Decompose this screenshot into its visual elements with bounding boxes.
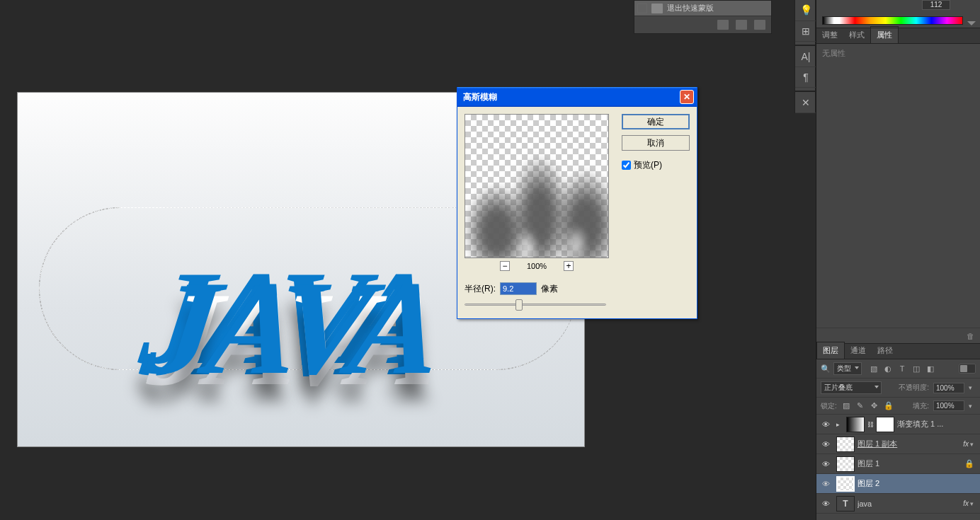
lock-icon: 🔒 xyxy=(964,459,974,468)
filter-smart-icon[interactable]: ◧ xyxy=(925,364,935,374)
zoom-level: 100% xyxy=(527,262,547,270)
chevron-down-icon[interactable]: ▾ xyxy=(970,500,977,507)
dropdown-icon[interactable] xyxy=(967,21,976,25)
checkbox-icon[interactable] xyxy=(637,4,647,13)
layer-thumb xyxy=(846,417,865,432)
slider-thumb[interactable] xyxy=(515,299,523,311)
color-spectrum[interactable] xyxy=(822,16,963,25)
right-toolstrip: 💡 ⊞ A| ¶ ✕ xyxy=(794,0,816,113)
lock-all-icon[interactable]: 🔒 xyxy=(884,401,894,411)
doc-icon xyxy=(651,4,663,13)
chevron-down-icon[interactable]: ▾ xyxy=(969,384,976,391)
tab-adjust[interactable]: 调整 xyxy=(816,27,843,43)
filter-adjust-icon[interactable]: ◐ xyxy=(883,364,893,374)
properties-body: 无属性 xyxy=(816,44,980,328)
trash-icon[interactable] xyxy=(754,20,765,30)
layer-name: 渐变填充 1 ... xyxy=(897,419,977,429)
layer-name: 图层 2 xyxy=(858,478,977,489)
lock-trans-icon[interactable]: ▨ xyxy=(841,401,851,411)
eye-icon[interactable]: 👁 xyxy=(819,438,832,451)
layer-item[interactable]: 👁 图层 1 副本 fx ▾ xyxy=(816,434,980,454)
layer-list: 👁 ▸ ⛓ 渐变填充 1 ... 👁 图层 1 副本 fx ▾ 👁 图层 1 🔒 xyxy=(816,415,980,520)
filter-toggle[interactable] xyxy=(959,364,976,374)
close-button[interactable]: ✕ xyxy=(680,90,694,104)
color-value[interactable]: 112 xyxy=(922,0,950,10)
fx-badge[interactable]: fx xyxy=(963,440,969,448)
layer-name: java xyxy=(858,499,963,508)
quickmask-toolbar xyxy=(634,16,771,33)
fill-label: 填充: xyxy=(913,401,929,411)
eye-icon[interactable]: 👁 xyxy=(819,497,832,510)
blend-row: 正片叠底 不透明度: 100% ▾ xyxy=(816,379,980,398)
fx-badge[interactable]: fx xyxy=(963,499,969,507)
no-properties-text: 无属性 xyxy=(822,49,845,57)
expand-icon[interactable]: ▸ xyxy=(836,421,845,428)
preview-checkbox[interactable]: 预览(P) xyxy=(622,159,690,171)
trash-icon[interactable]: 🗑 xyxy=(967,332,974,340)
eye-icon[interactable]: 👁 xyxy=(819,458,832,470)
link-icon: ⛓ xyxy=(867,418,874,431)
text-layer-icon: T xyxy=(836,496,855,512)
filter-type-icon[interactable]: T xyxy=(897,364,907,374)
lock-label: 锁定: xyxy=(821,401,837,411)
chevron-down-icon[interactable]: ▾ xyxy=(970,441,977,448)
zoom-out-button[interactable]: − xyxy=(500,261,510,271)
character-icon[interactable]: A| xyxy=(795,46,816,67)
mask-thumb xyxy=(876,417,894,432)
tab-paths[interactable]: 路径 xyxy=(872,342,899,359)
preview-box[interactable] xyxy=(465,114,609,258)
tools-icon[interactable]: ✕ xyxy=(795,92,816,113)
radius-unit: 像素 xyxy=(541,283,558,295)
layer-item[interactable]: 👁 图层 1 🔒 xyxy=(816,454,980,474)
opacity-input[interactable]: 100% xyxy=(933,383,964,393)
tab-layers[interactable]: 图层 xyxy=(816,342,845,359)
filter-pixel-icon[interactable]: ▧ xyxy=(869,364,879,374)
chevron-down-icon[interactable]: ▾ xyxy=(969,403,976,410)
fill-input[interactable]: 100% xyxy=(933,400,964,411)
camera-icon[interactable] xyxy=(736,20,747,30)
filter-kind-dropdown[interactable]: 类型 xyxy=(833,362,862,375)
preview-checkbox-input[interactable] xyxy=(622,161,631,170)
radius-label: 半径(R): xyxy=(465,283,496,295)
paragraph-icon[interactable]: ¶ xyxy=(795,67,816,88)
gaussian-blur-dialog: 高斯模糊 ✕ − 100% + 半径(R): 像素 确定 取消 xyxy=(457,87,697,319)
quickmask-row[interactable]: 退出快速蒙版 xyxy=(634,1,771,16)
layer-thumb xyxy=(836,476,855,492)
layer-item[interactable]: 👁 T java fx ▾ xyxy=(816,494,980,514)
right-panel: 112 调整 样式 属性 无属性 🗑 图层 通道 路径 🔍 类型 ▧ ◐ T ◫… xyxy=(816,0,980,520)
radius-input[interactable] xyxy=(500,282,537,295)
filter-shape-icon[interactable]: ◫ xyxy=(911,364,921,374)
layer-name: 图层 1 xyxy=(858,458,964,469)
quickmask-panel: 退出快速蒙版 xyxy=(634,0,772,34)
ok-button[interactable]: 确定 xyxy=(622,114,690,129)
layer-filter-row: 🔍 类型 ▧ ◐ T ◫ ◧ xyxy=(816,359,980,379)
dialog-title: 高斯模糊 xyxy=(463,91,680,103)
lock-row: 锁定: ▨ ✎ ✥ 🔒 填充: 100% ▾ xyxy=(816,398,980,415)
lock-paint-icon[interactable]: ✎ xyxy=(855,401,865,411)
cancel-button[interactable]: 取消 xyxy=(622,135,690,151)
eye-icon[interactable]: 👁 xyxy=(819,418,832,431)
preview-label: 预览(P) xyxy=(634,159,662,171)
quickmask-label: 退出快速蒙版 xyxy=(667,3,714,13)
grid-icon[interactable]: ⊞ xyxy=(795,21,816,42)
opacity-label: 不透明度: xyxy=(899,383,929,393)
tab-channels[interactable]: 通道 xyxy=(845,342,872,359)
eye-icon[interactable]: 👁 xyxy=(819,478,832,490)
layer-item[interactable]: 👁 图层 2 xyxy=(816,474,980,494)
blend-mode-dropdown[interactable]: 正片叠底 xyxy=(821,381,882,394)
artwork-text: JAVA xyxy=(135,252,439,406)
zoom-in-button[interactable]: + xyxy=(564,261,574,271)
layer-item[interactable]: 👁 ▸ ⛓ 渐变填充 1 ... xyxy=(816,415,980,434)
lock-move-icon[interactable]: ✥ xyxy=(870,401,879,411)
tab-properties[interactable]: 属性 xyxy=(870,26,899,43)
properties-tabs: 调整 样式 属性 xyxy=(816,28,980,44)
radius-slider[interactable] xyxy=(465,298,606,311)
layer-thumb xyxy=(836,456,855,472)
dialog-titlebar[interactable]: 高斯模糊 ✕ xyxy=(457,87,697,107)
layers-panel: 图层 通道 路径 🔍 类型 ▧ ◐ T ◫ ◧ 正片叠底 不透明度: 100% … xyxy=(816,343,980,520)
tab-style[interactable]: 样式 xyxy=(843,27,870,43)
new-layer-icon[interactable] xyxy=(717,20,729,30)
color-panel: 112 xyxy=(816,0,980,28)
layer-name: 图层 1 副本 xyxy=(858,439,963,449)
hint-icon[interactable]: 💡 xyxy=(795,0,816,21)
